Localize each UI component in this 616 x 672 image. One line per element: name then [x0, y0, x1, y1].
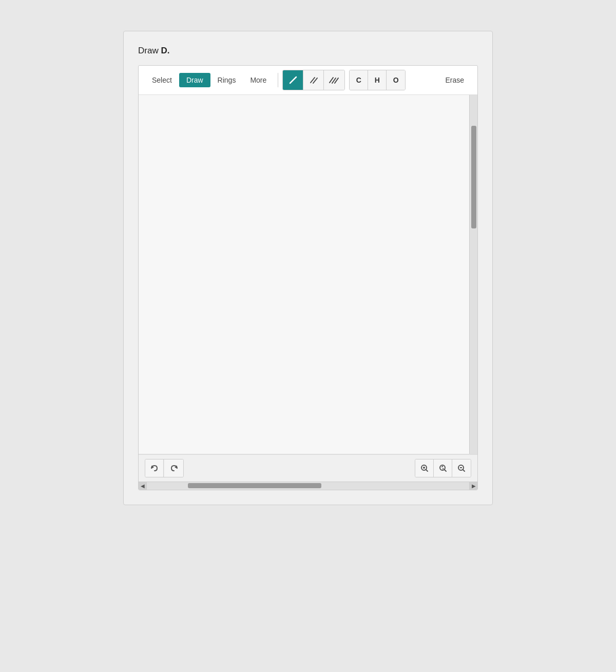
molecule-editor: Select Draw Rings More: [138, 65, 478, 490]
h-scroll-left-arrow[interactable]: ◀: [139, 482, 147, 490]
zoom-group: [415, 459, 471, 477]
editor-toolbar: Select Draw Rings More: [139, 66, 477, 95]
nav-group: Select Draw Rings More: [145, 73, 274, 87]
erase-button[interactable]: Erase: [438, 73, 471, 87]
svg-line-13: [444, 470, 446, 472]
zoom-in-button[interactable]: [415, 459, 434, 477]
h-scroll-track[interactable]: [147, 482, 469, 490]
double-bond-button[interactable]: [303, 70, 324, 90]
bottom-toolbar: [139, 454, 477, 482]
toolbar-divider-1: [278, 73, 278, 87]
redo-icon: [169, 464, 179, 473]
undo-button[interactable]: [145, 459, 164, 477]
oxygen-atom-button[interactable]: O: [387, 70, 405, 90]
bond-tools-group: [282, 70, 345, 90]
vertical-scrollbar[interactable]: [469, 95, 477, 454]
svg-line-0: [290, 77, 296, 83]
double-bond-icon: [308, 75, 319, 85]
zoom-fit-button[interactable]: [434, 459, 452, 477]
panel-title: Draw D.: [138, 46, 478, 56]
svg-line-11: [426, 470, 428, 472]
undo-redo-group: [145, 459, 184, 477]
zoom-in-icon: [420, 464, 429, 473]
triple-bond-button[interactable]: [324, 70, 344, 90]
carbon-atom-button[interactable]: C: [350, 70, 368, 90]
single-bond-icon: [288, 75, 298, 85]
atom-tools-group: C H O: [349, 70, 406, 90]
nav-draw[interactable]: Draw: [179, 73, 210, 87]
svg-line-16: [463, 470, 465, 472]
h-scroll-right-arrow[interactable]: ▶: [469, 482, 477, 490]
draw-compound-panel: Draw D. Select Draw Rings More: [123, 31, 493, 505]
nav-select[interactable]: Select: [145, 73, 179, 87]
vertical-scrollbar-thumb[interactable]: [471, 126, 476, 228]
horizontal-scrollbar[interactable]: ◀ ▶: [139, 482, 477, 490]
redo-button[interactable]: [165, 459, 183, 477]
zoom-fit-icon: [438, 464, 448, 473]
zoom-out-icon: [457, 464, 466, 473]
triple-bond-icon: [328, 75, 340, 85]
nav-rings[interactable]: Rings: [210, 73, 243, 87]
h-scroll-thumb[interactable]: [188, 483, 321, 488]
drawing-canvas[interactable]: [139, 95, 477, 454]
hydrogen-atom-button[interactable]: H: [368, 70, 387, 90]
zoom-out-button[interactable]: [452, 459, 471, 477]
undo-icon: [150, 464, 159, 473]
nav-more[interactable]: More: [243, 73, 274, 87]
single-bond-button[interactable]: [283, 70, 303, 90]
